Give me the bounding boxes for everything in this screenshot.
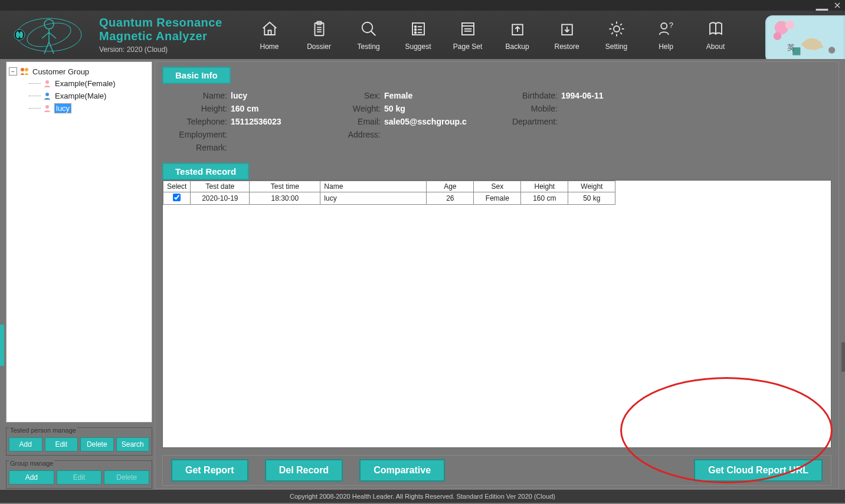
get-cloud-report-url-button[interactable]: Get Cloud Report URL (694, 459, 823, 482)
group-manage-legend: Group manage (9, 460, 54, 467)
action-row: Get Report Del Record Comparative Get Cl… (162, 455, 831, 486)
table-header[interactable]: Height (521, 181, 568, 192)
info-birthdate: 1994-06-11 (561, 91, 604, 100)
main-toolbar: Home Dossier Testing Suggest Page Set Ba… (252, 17, 733, 53)
info-height: 160 cm (231, 104, 258, 113)
svg-line-15 (371, 31, 375, 36)
header: Quantum Resonance Magnetic Analyzer Vers… (0, 11, 845, 59)
svg-point-40 (25, 68, 28, 71)
tree-person-label: Example(Female) (55, 79, 116, 88)
toolbar-testing[interactable]: Testing (351, 17, 387, 53)
upload-icon (507, 19, 528, 39)
svg-point-17 (414, 26, 416, 28)
toolbar-setting[interactable]: Setting (599, 17, 634, 53)
minimize-button[interactable] (814, 0, 830, 11)
table-row[interactable]: 2020-10-1918:30:00lucy26Female160 cm50 k… (163, 192, 615, 205)
tree-person-item[interactable]: Example(Male) (29, 90, 149, 102)
svg-point-41 (45, 80, 49, 84)
delete-person-button[interactable]: Delete (80, 437, 114, 451)
edit-group-button: Edit (57, 470, 102, 485)
info-weight: 50 kg (384, 104, 405, 113)
footer: Copyright 2008-2020 Health Leader. All R… (0, 490, 845, 503)
svg-point-35 (774, 32, 781, 40)
toolbar-help[interactable]: ?Help (649, 17, 684, 53)
table-header[interactable]: Weight (568, 181, 615, 192)
row-select-checkbox[interactable] (173, 194, 181, 201)
group-manage-panel: Group manage AddEditDelete (6, 460, 152, 489)
home-icon (260, 19, 280, 39)
toolbar-restore[interactable]: Restore (549, 17, 585, 53)
window-titlebar (0, 0, 845, 11)
info-telephone: 15112536023 (231, 117, 281, 126)
person-icon (43, 92, 51, 100)
tree-person-item[interactable]: Example(Female) (29, 77, 149, 90)
table-header[interactable]: Select (163, 181, 191, 192)
person-manage-legend: Tested person manage (9, 427, 77, 434)
tested-record-header: Tested Record (162, 163, 249, 180)
add-group-button[interactable]: Add (9, 470, 54, 485)
app-logo (5, 11, 93, 59)
toolbar-suggest[interactable]: Suggest (401, 17, 436, 53)
svg-text:英: 英 (787, 43, 795, 52)
tree-group-row[interactable]: − Customer Group (9, 66, 149, 77)
person-icon (43, 104, 51, 113)
svg-point-21 (414, 32, 416, 34)
app-version: Version: 2020 (Cloud) (99, 45, 222, 54)
left-edge-handle[interactable] (0, 325, 4, 366)
search-person-button[interactable]: Search (116, 437, 150, 451)
toolbar-backup[interactable]: Backup (500, 17, 535, 53)
app-title-line2: Magnetic Analyzer (99, 30, 222, 43)
help-icon: ? (656, 19, 676, 39)
info-name: lucy (231, 91, 247, 100)
delete-group-button: Delete (104, 470, 149, 485)
tested-record-table[interactable]: SelectTest dateTest timeNameAgeSexHeight… (162, 180, 831, 448)
customer-tree[interactable]: − Customer Group Example(Female)Example(… (6, 61, 152, 423)
table-header[interactable]: Test time (250, 181, 320, 192)
info-sex: Female (384, 91, 412, 100)
svg-point-8 (19, 31, 23, 38)
svg-point-37 (828, 47, 835, 53)
tree-person-item[interactable]: lucy (29, 102, 149, 114)
close-button[interactable] (830, 0, 845, 11)
gear-icon (607, 19, 627, 39)
collapse-icon[interactable]: − (9, 67, 17, 76)
toolbar-dossier[interactable]: Dossier (302, 17, 337, 53)
svg-text:?: ? (669, 21, 673, 30)
app-title-line1: Quantum Resonance (99, 16, 222, 30)
svg-point-30 (661, 23, 667, 29)
info-email: sale05@sschgroup.c (384, 117, 467, 126)
toolbar-home[interactable]: Home (252, 17, 287, 53)
svg-point-19 (414, 29, 416, 31)
add-person-button[interactable]: Add (9, 437, 42, 451)
get-report-button[interactable]: Get Report (171, 459, 248, 482)
tree-person-label: lucy (55, 104, 71, 113)
tree-person-label: Example(Male) (55, 91, 106, 100)
table-header[interactable]: Age (427, 181, 474, 192)
content-panel: Basic Info Name:lucy Sex:Female Birthdat… (155, 61, 839, 489)
page-icon (458, 19, 478, 39)
basic-info-grid: Name:lucy Sex:Female Birthdate:1994-06-1… (162, 87, 831, 156)
book-icon (706, 19, 726, 39)
table-header[interactable]: Name (320, 181, 427, 192)
download-icon (557, 19, 577, 39)
toolbar-about[interactable]: About (698, 17, 733, 53)
svg-point-42 (45, 93, 49, 96)
comparative-button[interactable]: Comparative (359, 459, 445, 482)
tree-group-label: Customer Group (32, 67, 89, 76)
svg-point-14 (362, 22, 372, 33)
basic-info-header: Basic Info (162, 67, 231, 84)
table-header[interactable]: Sex (474, 181, 521, 192)
svg-point-39 (21, 68, 24, 71)
svg-point-34 (785, 21, 794, 30)
toolbar-pageset[interactable]: Page Set (450, 17, 486, 53)
svg-point-29 (614, 26, 620, 32)
person-manage-panel: Tested person manage AddEditDeleteSearch (6, 427, 152, 456)
table-header[interactable]: Test date (191, 181, 250, 192)
list-icon (408, 19, 428, 39)
scrollbar-thumb[interactable] (841, 342, 845, 372)
edit-person-button[interactable]: Edit (45, 437, 78, 451)
search-icon (359, 19, 379, 39)
svg-point-43 (45, 105, 49, 109)
del-record-button[interactable]: Del Record (265, 459, 343, 482)
person-icon (43, 80, 51, 88)
